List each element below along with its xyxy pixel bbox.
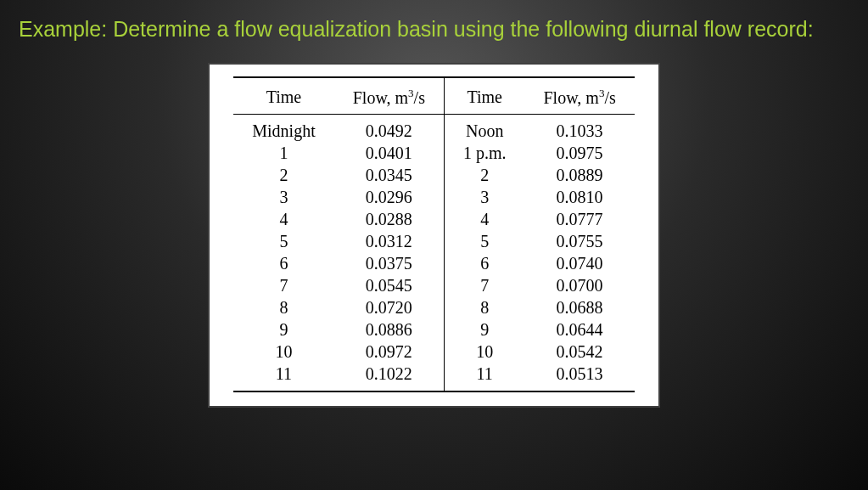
cell-time-2: 10: [444, 341, 524, 363]
cell-flow-2: 0.1033: [525, 115, 635, 143]
cell-time-2: Noon: [444, 115, 524, 143]
cell-time-1: 2: [233, 165, 333, 187]
cell-time-2: 5: [444, 231, 524, 253]
flow-table: Time Flow, m3/s Time Flow, m3/s Midnight…: [233, 76, 634, 393]
table-row: 20.034520.0889: [233, 165, 634, 187]
table-row: 110.1022110.0513: [233, 363, 634, 392]
table-box: Time Flow, m3/s Time Flow, m3/s Midnight…: [208, 63, 659, 408]
table-wrapper: Time Flow, m3/s Time Flow, m3/s Midnight…: [19, 63, 849, 408]
cell-flow-2: 0.0777: [525, 209, 635, 231]
cell-time-1: 5: [233, 231, 333, 253]
cell-flow-2: 0.0700: [525, 275, 635, 297]
cell-time-1: Midnight: [233, 115, 333, 143]
cell-time-2: 8: [444, 297, 524, 319]
cell-flow-1: 0.1022: [334, 363, 445, 392]
cell-flow-1: 0.0886: [334, 319, 445, 341]
cell-flow-2: 0.0542: [525, 341, 635, 363]
header-time-2: Time: [444, 77, 524, 115]
table-header-row: Time Flow, m3/s Time Flow, m3/s: [233, 77, 634, 115]
table-row: 100.0972100.0542: [233, 341, 634, 363]
cell-flow-2: 0.0975: [525, 143, 635, 165]
cell-time-1: 1: [233, 143, 333, 165]
cell-flow-2: 0.0513: [525, 363, 635, 392]
cell-time-1: 9: [233, 319, 333, 341]
cell-time-1: 7: [233, 275, 333, 297]
table-row: 30.029630.0810: [233, 187, 634, 209]
cell-flow-2: 0.0644: [525, 319, 635, 341]
cell-time-2: 1 p.m.: [444, 143, 524, 165]
header-time-1: Time: [233, 77, 333, 115]
example-label: Example:: [19, 17, 107, 41]
cell-flow-2: 0.0755: [525, 231, 635, 253]
cell-flow-1: 0.0401: [334, 143, 445, 165]
table-row: 50.031250.0755: [233, 231, 634, 253]
cell-flow-1: 0.0375: [334, 253, 445, 275]
table-row: 90.088690.0644: [233, 319, 634, 341]
example-heading: Example: Determine a flow equalization b…: [19, 15, 849, 44]
cell-flow-1: 0.0288: [334, 209, 445, 231]
cell-time-2: 3: [444, 187, 524, 209]
cell-flow-2: 0.0889: [525, 165, 635, 187]
cell-time-2: 9: [444, 319, 524, 341]
cell-flow-1: 0.0296: [334, 187, 445, 209]
cell-time-1: 10: [233, 341, 333, 363]
table-row: 70.054570.0700: [233, 275, 634, 297]
header-flow-1: Flow, m3/s: [334, 77, 445, 115]
heading-text: Determine a flow equalization basin usin…: [107, 17, 813, 41]
table-row: 10.04011 p.m.0.0975: [233, 143, 634, 165]
cell-flow-1: 0.0492: [334, 115, 445, 143]
cell-flow-1: 0.0545: [334, 275, 445, 297]
table-row: Midnight0.0492Noon0.1033: [233, 115, 634, 143]
cell-time-2: 7: [444, 275, 524, 297]
cell-flow-1: 0.0720: [334, 297, 445, 319]
cell-time-1: 8: [233, 297, 333, 319]
cell-flow-1: 0.0312: [334, 231, 445, 253]
cell-time-1: 4: [233, 209, 333, 231]
cell-flow-2: 0.0810: [525, 187, 635, 209]
table-row: 60.037560.0740: [233, 253, 634, 275]
table-row: 40.028840.0777: [233, 209, 634, 231]
cell-time-1: 11: [233, 363, 333, 392]
cell-time-2: 6: [444, 253, 524, 275]
cell-flow-2: 0.0688: [525, 297, 635, 319]
cell-flow-1: 0.0345: [334, 165, 445, 187]
table-body: Midnight0.0492Noon0.103310.04011 p.m.0.0…: [233, 115, 634, 392]
cell-time-2: 11: [444, 363, 524, 392]
cell-time-2: 4: [444, 209, 524, 231]
table-row: 80.072080.0688: [233, 297, 634, 319]
cell-flow-1: 0.0972: [334, 341, 445, 363]
header-flow-2: Flow, m3/s: [525, 77, 635, 115]
cell-time-1: 3: [233, 187, 333, 209]
cell-time-1: 6: [233, 253, 333, 275]
cell-time-2: 2: [444, 165, 524, 187]
cell-flow-2: 0.0740: [525, 253, 635, 275]
